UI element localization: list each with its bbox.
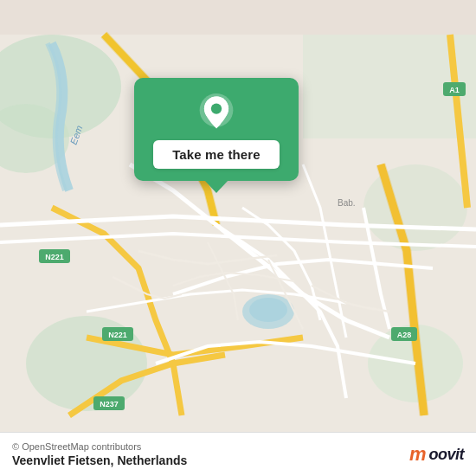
svg-text:Bab.: Bab. — [338, 198, 356, 208]
location-name: Veenvliet Fietsen, Netherlands — [12, 453, 187, 467]
svg-text:A1: A1 — [449, 86, 460, 94]
location-pin-icon — [197, 93, 235, 132]
popup-card: Take me there — [134, 78, 299, 181]
bottom-left: © OpenStreetMap contributors Veenvliet F… — [12, 441, 187, 467]
svg-text:N221: N221 — [45, 253, 64, 261]
svg-point-4 — [363, 164, 467, 251]
moovit-logo: moovit — [409, 443, 464, 466]
svg-text:A28: A28 — [397, 331, 412, 339]
svg-text:N221: N221 — [108, 331, 127, 339]
take-me-there-button[interactable]: Take me there — [153, 140, 280, 169]
bottom-bar: © OpenStreetMap contributors Veenvliet F… — [0, 432, 476, 476]
osm-attribution: © OpenStreetMap contributors — [12, 441, 187, 452]
svg-point-8 — [249, 298, 287, 322]
map-background: N199 N221 N221 N237 A28 A1 Eem Bab. — [0, 0, 476, 476]
svg-text:N237: N237 — [100, 400, 119, 408]
moovit-logo-m: m — [409, 443, 426, 466]
map-container: N199 N221 N221 N237 A28 A1 Eem Bab. Take… — [0, 0, 476, 476]
svg-point-25 — [211, 103, 222, 113]
moovit-logo-text: oovit — [429, 446, 465, 464]
